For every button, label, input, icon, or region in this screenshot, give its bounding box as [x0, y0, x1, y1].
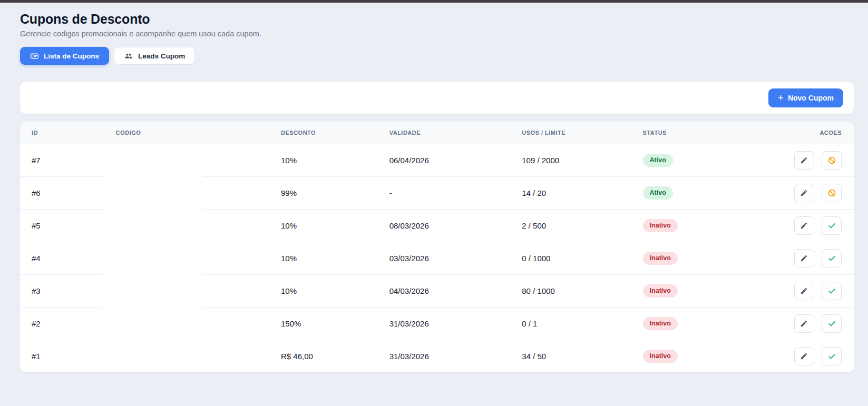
tabs: Lista de Cupons Leads Cupom — [20, 47, 854, 65]
coupon-id-cell: #2 — [20, 307, 104, 340]
coupon-usos-limite-cell: 0 / 1 — [510, 307, 631, 340]
coupon-desconto-cell: 10% — [269, 209, 378, 242]
coupon-id-cell: #4 — [20, 242, 104, 274]
page-subtitle: Gerencie codigos promocionais e acompanh… — [20, 29, 854, 38]
check-icon — [827, 352, 836, 361]
deactivate-coupon-button[interactable] — [822, 151, 842, 170]
coupon-status-cell: Inativo — [631, 307, 752, 340]
ban-icon — [827, 189, 836, 197]
coupon-id-cell: #3 — [20, 274, 104, 307]
coupon-status-cell: Inativo — [631, 209, 752, 242]
ticket-icon — [30, 52, 39, 61]
check-icon — [827, 319, 836, 328]
edit-coupon-button[interactable] — [794, 216, 814, 235]
tab-label: Lista de Cupons — [44, 52, 99, 60]
status-badge: Inativo — [643, 284, 678, 298]
check-icon — [827, 286, 836, 295]
status-badge: Inativo — [643, 317, 678, 330]
coupon-status-cell: Ativo — [631, 144, 752, 176]
edit-coupon-button[interactable] — [794, 282, 814, 300]
pencil-icon — [800, 352, 808, 360]
coupon-id-cell: #1 — [20, 340, 104, 372]
coupon-id-cell: #7 — [20, 144, 104, 176]
coupon-usos-limite-cell: 109 / 2000 — [510, 144, 631, 176]
edit-coupon-button[interactable] — [794, 184, 814, 202]
column-header-acoes: ACOES — [752, 122, 854, 144]
coupon-status-cell: Ativo — [631, 176, 752, 209]
coupon-desconto-cell: 10% — [269, 274, 378, 307]
users-icon — [124, 52, 133, 61]
codigo-redacted-overlay — [103, 147, 203, 358]
ban-icon — [827, 156, 836, 165]
status-badge: Ativo — [643, 154, 673, 167]
pencil-icon — [800, 189, 808, 197]
status-badge: Inativo — [643, 350, 678, 363]
coupon-status-cell: Inativo — [631, 242, 752, 274]
tabs-divider — [20, 73, 854, 73]
new-coupon-button[interactable]: + Novo Cupom — [768, 88, 843, 107]
coupon-actions-cell — [752, 340, 854, 372]
coupons-table-card: ID CODIGO DESCONTO VALIDADE USOS / LIMIT… — [20, 122, 854, 372]
coupon-id-cell: #6 — [20, 176, 104, 209]
tab-leads-cupom[interactable]: Leads Cupom — [114, 47, 195, 65]
coupon-desconto-cell: 150% — [269, 307, 378, 340]
plus-icon: + — [778, 93, 784, 103]
check-icon — [827, 254, 836, 263]
activate-coupon-button[interactable] — [822, 216, 842, 235]
activate-coupon-button[interactable] — [822, 314, 842, 333]
page-title: Cupons de Desconto — [20, 12, 854, 27]
edit-coupon-button[interactable] — [794, 347, 814, 365]
coupon-validade-cell: 31/03/2026 — [378, 307, 511, 340]
column-header-usos-limite: USOS / LIMITE — [510, 122, 631, 144]
coupon-validade-cell: 03/03/2026 — [378, 242, 511, 274]
coupon-actions-cell — [752, 242, 854, 274]
coupon-usos-limite-cell: 34 / 50 — [510, 340, 631, 372]
coupon-usos-limite-cell: 80 / 1000 — [510, 274, 631, 307]
coupon-status-cell: Inativo — [631, 340, 752, 372]
pencil-icon — [800, 287, 808, 295]
coupon-validade-cell: - — [378, 176, 511, 209]
pencil-icon — [800, 254, 808, 262]
column-header-validade: VALIDADE — [378, 122, 511, 144]
pencil-icon — [800, 156, 808, 164]
coupon-actions-cell — [752, 176, 854, 209]
column-header-desconto: DESCONTO — [269, 122, 378, 144]
status-badge: Ativo — [643, 186, 673, 200]
status-badge: Inativo — [643, 252, 678, 265]
coupon-actions-cell — [752, 144, 854, 176]
check-icon — [827, 221, 836, 230]
activate-coupon-button[interactable] — [822, 347, 842, 365]
activate-coupon-button[interactable] — [822, 249, 842, 268]
column-header-id: ID — [20, 122, 104, 144]
coupon-usos-limite-cell: 2 / 500 — [510, 209, 631, 242]
coupon-usos-limite-cell: 0 / 1000 — [510, 242, 631, 274]
column-header-codigo: CODIGO — [104, 122, 269, 144]
coupon-actions-cell — [752, 307, 854, 340]
pencil-icon — [800, 320, 808, 328]
coupon-validade-cell: 04/03/2026 — [378, 274, 511, 307]
deactivate-coupon-button[interactable] — [822, 184, 842, 202]
edit-coupon-button[interactable] — [794, 249, 814, 268]
coupon-actions-cell — [752, 274, 854, 307]
coupon-desconto-cell: 99% — [269, 176, 378, 209]
table-header-row: ID CODIGO DESCONTO VALIDADE USOS / LIMIT… — [20, 122, 854, 144]
coupon-id-cell: #5 — [20, 209, 104, 242]
coupon-validade-cell: 06/04/2026 — [378, 144, 511, 176]
coupon-usos-limite-cell: 14 / 20 — [510, 176, 631, 209]
new-coupon-label: Novo Cupom — [788, 94, 834, 102]
coupon-desconto-cell: 10% — [269, 144, 378, 176]
coupon-desconto-cell: 10% — [269, 242, 378, 274]
pencil-icon — [800, 222, 808, 230]
coupon-desconto-cell: R$ 46,00 — [269, 340, 378, 372]
status-badge: Inativo — [643, 219, 678, 232]
column-header-status: STATUS — [631, 122, 752, 144]
activate-coupon-button[interactable] — [822, 282, 842, 300]
edit-coupon-button[interactable] — [794, 314, 814, 333]
coupon-status-cell: Inativo — [631, 274, 752, 307]
tab-lista-de-cupons[interactable]: Lista de Cupons — [20, 47, 109, 65]
edit-coupon-button[interactable] — [794, 151, 814, 170]
coupon-validade-cell: 08/03/2026 — [378, 209, 511, 242]
toolbar-card: + Novo Cupom — [20, 82, 854, 114]
coupon-actions-cell — [752, 209, 854, 242]
coupon-validade-cell: 31/03/2026 — [378, 340, 511, 372]
